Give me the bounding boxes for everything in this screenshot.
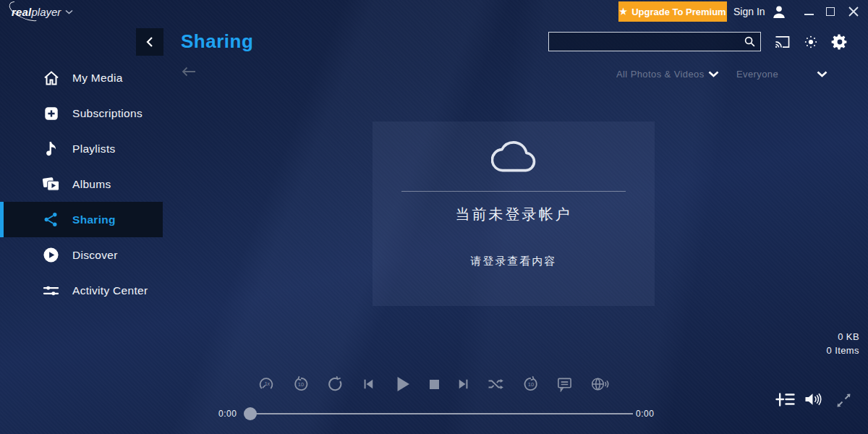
music-note-icon bbox=[42, 140, 60, 158]
playlist-queue-icon bbox=[775, 392, 795, 407]
total-time: 0:00 bbox=[636, 409, 654, 419]
sign-in-button[interactable]: Sign In bbox=[733, 3, 787, 20]
plus-square-icon bbox=[42, 105, 60, 122]
status-size: 0 KB bbox=[838, 331, 859, 342]
upgrade-premium-button[interactable]: ★ Upgrade To Premium bbox=[618, 1, 727, 22]
divider bbox=[401, 191, 626, 192]
status-item-count: 0 Items bbox=[827, 345, 859, 356]
sidebar-item-label: Sharing bbox=[72, 213, 116, 226]
sidebar-item-sharing[interactable]: Sharing bbox=[0, 202, 163, 237]
player-controls: 1x 10 10 bbox=[258, 372, 609, 396]
repeat-button[interactable] bbox=[326, 375, 344, 393]
fullscreen-button[interactable] bbox=[836, 393, 851, 408]
volume-icon bbox=[804, 391, 824, 408]
gear-icon bbox=[831, 33, 848, 51]
sidebar-item-discover[interactable]: Discover bbox=[0, 237, 163, 273]
empty-state-title: 当前未登录帐户 bbox=[373, 205, 655, 224]
play-circle-icon bbox=[42, 247, 60, 264]
playlist-queue-button[interactable] bbox=[775, 392, 795, 407]
sidebar-item-label: Albums bbox=[72, 178, 111, 191]
search-box bbox=[548, 32, 761, 51]
brightness-icon bbox=[803, 34, 819, 50]
previous-track-button[interactable] bbox=[361, 377, 375, 391]
search-input[interactable] bbox=[549, 33, 739, 51]
person-icon bbox=[771, 4, 787, 19]
arrow-left-icon bbox=[181, 66, 197, 77]
close-icon bbox=[848, 7, 859, 17]
elapsed-time: 0:00 bbox=[218, 409, 237, 419]
sidebar: My Media Subscriptions Playlists Albums bbox=[0, 60, 163, 308]
speed-value: 1x bbox=[265, 381, 271, 386]
skip-back-10-button[interactable]: 10 bbox=[292, 375, 310, 393]
minimize-icon bbox=[804, 14, 814, 15]
sidebar-item-label: My Media bbox=[72, 72, 123, 85]
play-button[interactable] bbox=[392, 374, 412, 394]
maximize-button[interactable] bbox=[824, 6, 837, 17]
stop-button[interactable] bbox=[430, 380, 439, 389]
empty-state-subtitle: 请登录查看内容 bbox=[373, 255, 655, 268]
sidebar-item-playlists[interactable]: Playlists bbox=[0, 131, 163, 166]
chevron-left-icon bbox=[145, 36, 154, 48]
captions-button[interactable] bbox=[556, 376, 573, 392]
seek-track[interactable] bbox=[251, 413, 633, 414]
back-button[interactable] bbox=[136, 28, 163, 56]
nav-back-arrow-disabled[interactable] bbox=[181, 66, 198, 79]
audience-label: Everyone bbox=[736, 69, 778, 80]
sidebar-item-my-media[interactable]: My Media bbox=[0, 60, 163, 95]
seek-slider[interactable] bbox=[244, 407, 634, 420]
chevron-down-icon bbox=[708, 71, 719, 77]
cast-icon bbox=[774, 35, 791, 49]
fullscreen-icon bbox=[836, 393, 851, 408]
stop-icon bbox=[430, 380, 439, 389]
share-icon bbox=[42, 211, 60, 229]
empty-state-panel: 当前未登录帐户 请登录查看内容 bbox=[373, 122, 655, 306]
sidebar-item-subscriptions[interactable]: Subscriptions bbox=[0, 95, 163, 131]
skip-forward-value: 10 bbox=[528, 381, 534, 388]
cloud-icon bbox=[373, 139, 655, 175]
skip-back-value: 10 bbox=[297, 381, 303, 388]
search-button[interactable] bbox=[739, 33, 760, 51]
page-title: Sharing bbox=[181, 30, 253, 53]
home-icon bbox=[42, 69, 60, 87]
seek-thumb[interactable] bbox=[244, 407, 257, 420]
sliders-icon bbox=[42, 282, 60, 299]
search-icon bbox=[744, 35, 756, 48]
sign-in-label: Sign In bbox=[733, 6, 765, 17]
minimize-button[interactable] bbox=[802, 6, 815, 17]
sidebar-item-activity-center[interactable]: Activity Center bbox=[0, 273, 163, 308]
sidebar-item-label: Discover bbox=[72, 249, 118, 262]
upgrade-premium-label: Upgrade To Premium bbox=[631, 7, 726, 17]
chevron-down-icon bbox=[817, 71, 827, 77]
audio-language-button[interactable] bbox=[590, 376, 609, 392]
brightness-button[interactable] bbox=[801, 33, 820, 51]
sidebar-item-label: Subscriptions bbox=[72, 107, 142, 120]
media-type-label: All Photos & Videos bbox=[616, 69, 705, 80]
skip-forward-10-button[interactable]: 10 bbox=[522, 375, 540, 393]
sidebar-item-albums[interactable]: Albums bbox=[0, 166, 163, 202]
sidebar-item-label: Playlists bbox=[72, 142, 116, 156]
maximize-icon bbox=[826, 7, 835, 16]
albums-icon bbox=[42, 176, 60, 193]
media-type-dropdown[interactable]: All Photos & Videos bbox=[616, 67, 719, 81]
shuffle-button[interactable] bbox=[488, 377, 505, 391]
playback-speed-button[interactable]: 1x bbox=[258, 375, 275, 393]
volume-button[interactable] bbox=[804, 391, 824, 408]
star-icon: ★ bbox=[619, 7, 627, 17]
cast-button[interactable] bbox=[773, 33, 791, 51]
chevron-down-icon bbox=[65, 9, 73, 14]
next-track-button[interactable] bbox=[456, 377, 471, 391]
close-button[interactable] bbox=[847, 6, 860, 17]
app-window: real player ★ Upgrade To Premium Sign In… bbox=[0, 0, 868, 434]
audience-dropdown[interactable]: Everyone bbox=[736, 67, 827, 81]
sidebar-item-label: Activity Center bbox=[72, 284, 148, 297]
realplayer-logo[interactable]: real player bbox=[12, 4, 73, 19]
settings-button[interactable] bbox=[830, 33, 849, 51]
